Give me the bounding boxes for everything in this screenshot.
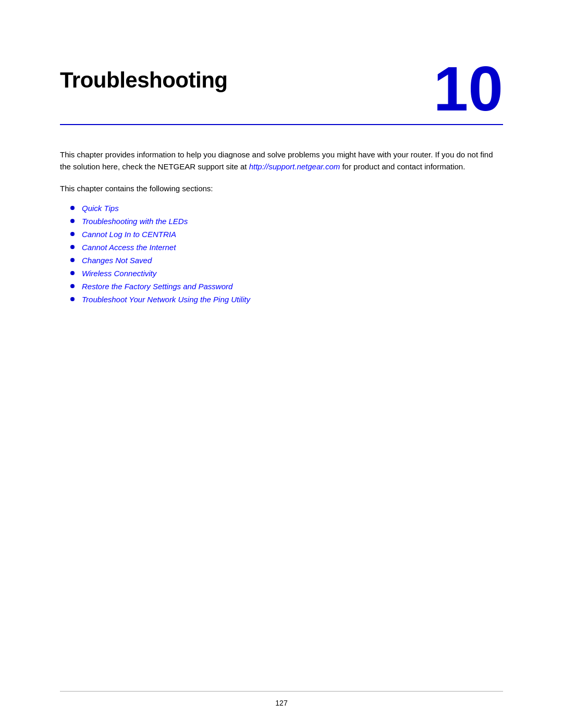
bullet-icon <box>70 219 75 223</box>
toc-link-wireless-connectivity[interactable]: Wireless Connectivity <box>82 269 156 278</box>
bullet-icon <box>70 232 75 236</box>
bullet-icon <box>70 271 75 275</box>
content-area: Troubleshooting 10 This chapter provides… <box>0 0 563 350</box>
toc-link-factory-settings[interactable]: Restore the Factory Settings and Passwor… <box>82 282 232 291</box>
bullet-icon <box>70 284 75 288</box>
page-footer: 127 <box>0 691 563 707</box>
toc-link-ping-utility[interactable]: Troubleshoot Your Network Using the Ping… <box>82 295 250 304</box>
list-item: Restore the Factory Settings and Passwor… <box>70 282 503 291</box>
page-number: 127 <box>0 699 563 707</box>
bullet-icon <box>70 245 75 249</box>
list-item: Changes Not Saved <box>70 256 503 265</box>
intro-paragraph-1: This chapter provides information to hel… <box>60 149 503 173</box>
bullet-icon <box>70 206 75 210</box>
header-rule <box>60 124 503 125</box>
list-item: Troubleshoot Your Network Using the Ping… <box>70 295 503 304</box>
toc-link-changes-not-saved[interactable]: Changes Not Saved <box>82 256 152 265</box>
bullet-icon <box>70 258 75 262</box>
list-item: Cannot Log In to CENTRIA <box>70 230 503 239</box>
list-item: Cannot Access the Internet <box>70 243 503 252</box>
page-container: Troubleshooting 10 This chapter provides… <box>0 0 563 728</box>
sections-intro: This chapter contains the following sect… <box>60 182 503 194</box>
list-item: Wireless Connectivity <box>70 269 503 278</box>
toc-list: Quick Tips Troubleshooting with the LEDs… <box>70 204 503 304</box>
list-item: Quick Tips <box>70 204 503 213</box>
footer-rule <box>60 691 503 692</box>
bullet-icon <box>70 297 75 301</box>
chapter-number: 10 <box>434 57 503 120</box>
netgear-support-link[interactable]: http://support.netgear.com <box>249 162 340 171</box>
chapter-title: Troubleshooting <box>60 63 227 93</box>
chapter-header: Troubleshooting 10 <box>60 63 503 120</box>
toc-link-leds[interactable]: Troubleshooting with the LEDs <box>82 217 188 226</box>
toc-link-cannot-access[interactable]: Cannot Access the Internet <box>82 243 176 252</box>
intro-text-part2: for product and contact information. <box>340 162 465 171</box>
toc-link-cannot-log-in[interactable]: Cannot Log In to CENTRIA <box>82 230 176 239</box>
list-item: Troubleshooting with the LEDs <box>70 217 503 226</box>
toc-link-quick-tips[interactable]: Quick Tips <box>82 204 119 213</box>
